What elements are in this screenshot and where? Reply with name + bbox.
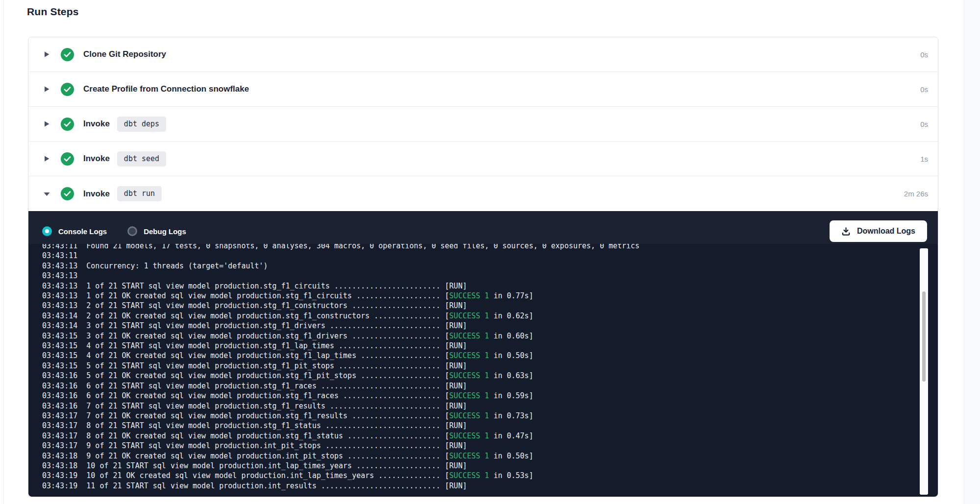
log-line: 03:43:17 9 of 21 START sql view model pr… [42, 441, 938, 451]
log-line: 03:43:18 9 of 21 OK created sql view mod… [42, 451, 938, 461]
log-line: 03:43:13 1 of 21 OK created sql view mod… [42, 291, 938, 301]
log-tab-group: Console LogsDebug Logs [42, 226, 207, 236]
log-line: 03:43:11 Found 21 models, 17 tests, 0 sn… [42, 244, 938, 251]
radio-console-logs[interactable]: Console Logs [42, 226, 107, 236]
command-badge: dbt seed [117, 151, 166, 167]
step-row[interactable]: Invoke dbt seed 1s [28, 142, 938, 176]
page-title: Run Steps [27, 6, 79, 18]
radio-label-console-logs: Console Logs [58, 227, 107, 236]
log-line: 03:43:17 8 of 21 START sql view model pr… [42, 421, 938, 431]
step-duration: 0s [920, 50, 928, 59]
log-line: 03:43:13 [42, 271, 938, 281]
step-label: Invoke [83, 154, 110, 164]
step-duration: 0s [920, 120, 928, 128]
check-circle-icon [61, 118, 74, 131]
step-label: Invoke [83, 189, 110, 199]
command-badge: dbt deps [117, 117, 166, 132]
check-circle-icon [61, 187, 74, 200]
chevron-right-icon[interactable] [43, 155, 61, 162]
log-panel-header: Console LogsDebug Logs Download Logs [28, 212, 938, 244]
log-line: 03:43:19 11 of 21 START sql view model p… [42, 481, 938, 491]
step-row[interactable]: Clone Git Repository 0s [28, 37, 938, 72]
log-line: 03:43:13 Concurrency: 1 threads (target=… [42, 261, 938, 271]
step-label: Create Profile from Connection snowflake [83, 84, 249, 94]
download-logs-button[interactable]: Download Logs [830, 220, 927, 242]
chevron-right-icon[interactable] [43, 86, 61, 93]
step-row[interactable]: Invoke dbt deps 0s [28, 107, 938, 142]
radio-debug-logs[interactable]: Debug Logs [127, 226, 186, 236]
log-line: 03:43:17 8 of 21 OK created sql view mod… [42, 431, 938, 441]
download-icon [841, 227, 851, 236]
log-line: 03:43:13 2 of 21 START sql view model pr… [42, 301, 938, 311]
log-line: 03:43:17 7 of 21 OK created sql view mod… [42, 411, 938, 421]
run-steps-page: { "page": { "title": "Run Steps" }, "col… [0, 0, 980, 504]
check-circle-icon [61, 83, 74, 96]
chevron-right-icon[interactable] [43, 120, 61, 127]
check-circle-icon [61, 48, 74, 61]
step-label: Invoke [83, 119, 110, 129]
log-scrollbar-track[interactable] [920, 248, 928, 495]
download-logs-label: Download Logs [857, 227, 915, 236]
console-log-output: 03:43:11 Found 21 models, 17 tests, 0 sn… [28, 244, 938, 497]
log-line: 03:43:16 5 of 21 OK created sql view mod… [42, 371, 938, 381]
log-panel: Console LogsDebug Logs Download Logs 03:… [28, 211, 938, 497]
chevron-right-icon[interactable] [43, 51, 61, 58]
log-line: 03:43:16 6 of 21 OK created sql view mod… [42, 391, 938, 401]
radio-label-debug-logs: Debug Logs [144, 227, 186, 236]
page-left-divider [3, 0, 4, 504]
log-line: 03:43:19 10 of 21 OK created sql view mo… [42, 471, 938, 480]
log-line: 03:43:15 4 of 21 START sql view model pr… [42, 341, 938, 351]
step-duration: 0s [920, 85, 928, 94]
log-line: 03:43:18 10 of 21 START sql view model p… [42, 461, 938, 471]
log-line: 03:43:11 [42, 251, 938, 261]
check-circle-icon [61, 152, 74, 166]
log-line: 03:43:14 3 of 21 START sql view model pr… [42, 321, 938, 331]
log-line: 03:43:15 4 of 21 OK created sql view mod… [42, 351, 938, 360]
step-duration: 1s [920, 155, 928, 163]
radio-unselected-icon[interactable] [127, 226, 137, 236]
step-row[interactable]: Invoke dbt run 2m 26s [28, 176, 938, 211]
step-label: Clone Git Repository [83, 49, 166, 59]
log-lines: 03:43:11 Found 21 models, 17 tests, 0 sn… [42, 244, 938, 491]
log-line: 03:43:13 1 of 21 START sql view model pr… [42, 281, 938, 291]
log-line: 03:43:15 3 of 21 OK created sql view mod… [42, 331, 938, 341]
log-line: 03:43:15 5 of 21 START sql view model pr… [42, 361, 938, 371]
page-right-rail [964, 0, 980, 504]
run-steps-card: Clone Git Repository 0s Create Profile f… [28, 37, 938, 497]
chevron-down-icon[interactable] [43, 191, 61, 197]
log-line: 03:43:14 2 of 21 OK created sql view mod… [42, 311, 938, 321]
log-line: 03:43:16 7 of 21 START sql view model pr… [42, 401, 938, 411]
step-list: Clone Git Repository 0s Create Profile f… [28, 37, 938, 211]
log-scrollbar-thumb[interactable] [922, 291, 926, 382]
log-line: 03:43:16 6 of 21 START sql view model pr… [42, 381, 938, 391]
step-duration: 2m 26s [904, 190, 928, 198]
step-row[interactable]: Create Profile from Connection snowflake… [28, 72, 938, 107]
radio-selected-icon[interactable] [42, 226, 52, 236]
command-badge: dbt run [117, 186, 162, 201]
